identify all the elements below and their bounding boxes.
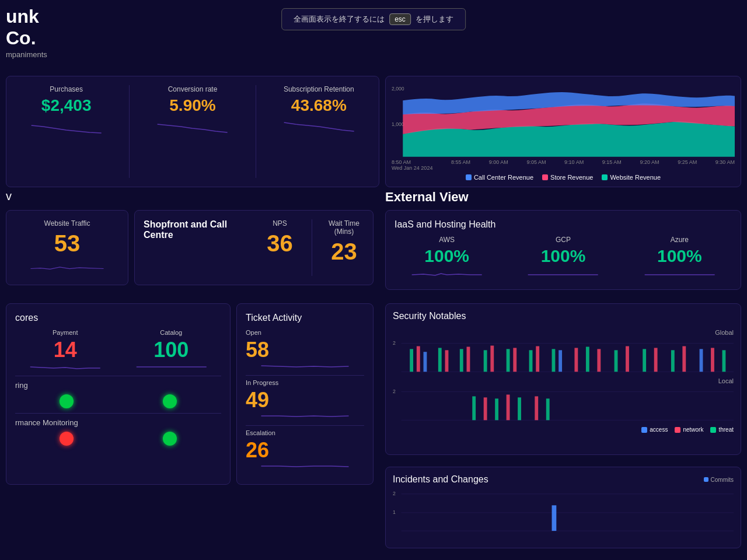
- xaxis-label-6: 9:15 AM: [602, 159, 622, 171]
- revenue-chart-svg: 2,000 1,000: [392, 82, 735, 158]
- scores-title: cores: [15, 313, 221, 323]
- indicator-row-1: [15, 394, 221, 408]
- legend-website-label: Website Revenue: [610, 174, 661, 181]
- xaxis-label-1: 8:50 AMWed Jan 24 2024: [392, 159, 432, 171]
- security-global-chart: 2: [393, 337, 734, 375]
- shopfront-divider: [312, 219, 312, 276]
- indicator-green-1: [60, 394, 74, 408]
- payment-sparkline: [15, 362, 116, 371]
- scores-divider2: [15, 413, 221, 414]
- purchases-label: Purchases: [15, 85, 117, 93]
- divider1: [129, 85, 130, 178]
- retention-sparkline: [268, 120, 370, 134]
- svg-rect-29: [700, 349, 703, 372]
- aws-metric: AWS 100%: [395, 236, 499, 281]
- indicator-green-3: [163, 432, 177, 446]
- retention-label: Subscription Retention: [268, 85, 370, 93]
- legend-access: access: [641, 426, 668, 433]
- ring-label: ring: [15, 381, 221, 390]
- purchases-panel: Purchases $2,403 Conversion rate 5.90% S…: [6, 76, 379, 187]
- revenue-panel: 2,000 1,000 8:50 AMWed Jan 24 2024 8:55 …: [385, 76, 741, 187]
- esc-text-before: 全画面表示を終了するには: [294, 14, 385, 24]
- svg-rect-28: [682, 346, 686, 372]
- svg-rect-22: [597, 349, 601, 372]
- network-label: network: [683, 426, 703, 433]
- security-legend: access network threat: [393, 426, 734, 433]
- security-panel: Security Notables Global 2: [385, 303, 741, 455]
- svg-rect-23: [615, 350, 618, 372]
- shopfront-title: Shopfront and Call Centre: [144, 219, 248, 271]
- conversion-sparkline: [141, 120, 243, 134]
- app-title-block: unk Co. mpaniments: [6, 6, 47, 59]
- svg-rect-5: [410, 349, 413, 372]
- chart-xaxis: 8:50 AMWed Jan 24 2024 8:55 AM 9:00 AM 9…: [392, 159, 735, 171]
- legend-store: Store Revenue: [542, 174, 593, 181]
- catalog-value: 100: [121, 338, 222, 362]
- svg-rect-12: [484, 350, 487, 372]
- threat-label: threat: [718, 426, 734, 433]
- svg-rect-18: [552, 349, 556, 372]
- svg-rect-31: [722, 350, 726, 372]
- purchases-value: $2,403: [15, 96, 117, 115]
- svg-rect-19: [558, 350, 562, 372]
- azure-value: 100%: [627, 246, 732, 266]
- open-sparkline: [246, 362, 364, 369]
- svg-text:1,000: 1,000: [392, 121, 404, 127]
- svg-rect-37: [495, 398, 498, 420]
- svg-text:2: 2: [393, 340, 396, 346]
- xaxis-label-4: 9:05 AM: [526, 159, 546, 171]
- nps-label: NPS: [260, 219, 300, 228]
- legend-callcenter-label: Call Center Revenue: [474, 174, 533, 181]
- shopfront-card: Shopfront and Call Centre NPS 36 Wait Ti…: [134, 210, 374, 285]
- top-section: Purchases $2,403 Conversion rate 5.90% S…: [0, 76, 747, 187]
- scores-label: cores: [15, 313, 38, 323]
- svg-text:2: 2: [393, 388, 396, 394]
- security-title: Security Notables: [393, 311, 466, 321]
- svg-text:2: 2: [393, 491, 396, 496]
- wait-label: Wait Time (Mins): [324, 219, 364, 236]
- nps-card: NPS 36: [260, 219, 300, 276]
- traffic-sparkline: [15, 261, 119, 276]
- xaxis-label-8: 9:25 AM: [678, 159, 697, 171]
- payment-label: Payment: [15, 329, 116, 336]
- payment-metric: Payment 14: [15, 329, 116, 371]
- ticket-title: Ticket Activity: [246, 313, 364, 323]
- inprogress-sparkline: [246, 412, 364, 419]
- xaxis-label-9: 9:30 AM: [715, 159, 735, 171]
- divider2: [256, 85, 256, 178]
- xaxis-label-3: 9:00 AM: [489, 159, 508, 171]
- svg-rect-30: [711, 348, 714, 372]
- svg-rect-17: [536, 346, 539, 372]
- svg-text:2,000: 2,000: [392, 86, 404, 92]
- app-title-line1: unk: [6, 6, 47, 27]
- indicator-red-1: [60, 432, 74, 446]
- svg-rect-6: [417, 346, 420, 372]
- svg-rect-7: [424, 352, 427, 372]
- inprogress-metric: In Progress 49: [246, 379, 364, 419]
- svg-rect-35: [472, 396, 476, 420]
- xaxis-label-5: 9:10 AM: [564, 159, 584, 171]
- legend-callcenter: Call Center Revenue: [466, 174, 533, 181]
- commits-dot: [704, 477, 708, 482]
- chart-legend: Call Center Revenue Store Revenue Websit…: [392, 174, 735, 181]
- global-label: Global: [715, 329, 734, 336]
- conversion-value: 5.90%: [141, 96, 243, 115]
- inprogress-value: 49: [246, 388, 364, 412]
- escalation-sparkline: [246, 463, 364, 470]
- network-dot: [675, 427, 680, 433]
- gcp-value: 100%: [511, 246, 615, 266]
- catalog-sparkline: [121, 362, 222, 371]
- local-label: Local: [718, 377, 734, 384]
- xaxis-label-7: 9:20 AM: [640, 159, 659, 171]
- traffic-label: Website Traffic: [15, 219, 119, 228]
- svg-rect-8: [438, 348, 442, 372]
- gcp-metric: GCP 100%: [511, 236, 615, 281]
- svg-rect-16: [529, 350, 533, 372]
- open-label: Open: [246, 329, 364, 336]
- payment-value: 14: [15, 338, 116, 362]
- legend-threat: threat: [710, 426, 734, 433]
- commits-label: Commits: [711, 477, 734, 483]
- scores-row: cores Payment 14 Catalog 100 ring: [0, 303, 379, 485]
- ticket-divider1: [246, 375, 364, 376]
- escalation-value: 26: [246, 438, 364, 463]
